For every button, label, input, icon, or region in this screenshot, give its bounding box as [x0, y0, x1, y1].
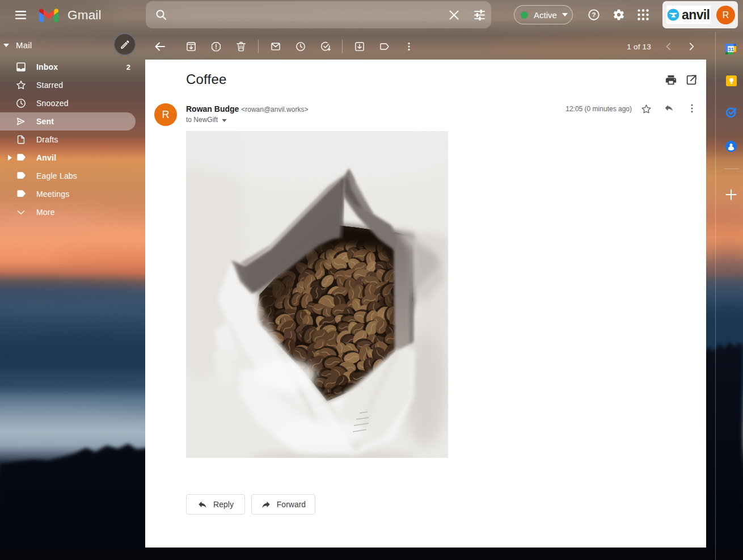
svg-text:?: ?: [592, 11, 596, 18]
svg-text:31: 31: [728, 47, 734, 52]
